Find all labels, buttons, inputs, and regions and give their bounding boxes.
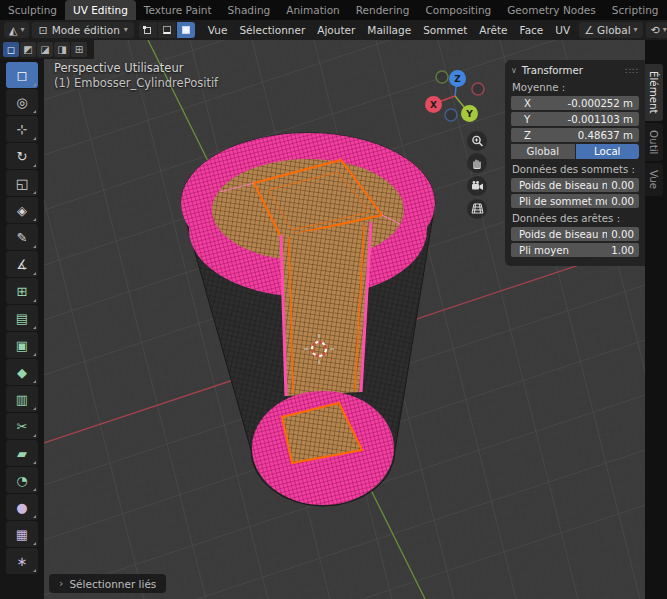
menu-item[interactable]: Maillage bbox=[361, 20, 417, 40]
tool-button[interactable]: ◔ bbox=[6, 467, 38, 493]
select-op-button[interactable]: ◩ bbox=[20, 42, 36, 57]
navigation-gizmo[interactable]: Z X Y bbox=[420, 62, 490, 132]
panel-drag-handle[interactable]: ∷∷ bbox=[626, 66, 639, 76]
field-value: 1.00 bbox=[607, 245, 639, 256]
median-value-field[interactable]: Z 0.48637 m bbox=[511, 128, 639, 142]
edge-data-field[interactable]: Pli moyen 1.00 bbox=[511, 243, 639, 257]
median-label: Moyenne : bbox=[512, 82, 639, 93]
tool-icon: ⊹ bbox=[17, 122, 28, 137]
tool-button[interactable]: ◻ bbox=[6, 62, 38, 88]
ortho-toggle-button[interactable] bbox=[467, 199, 487, 219]
tool-button[interactable]: ◎ bbox=[6, 89, 38, 115]
workspace-tab[interactable]: Scripting bbox=[604, 0, 667, 20]
viewport-header: ◭ ▾ ⊡ Mode édition ▾ Vue Sélectionner Aj… bbox=[0, 20, 667, 40]
tool-button[interactable]: ◱ bbox=[6, 170, 38, 196]
operator-label: Sélectionner liés bbox=[69, 578, 156, 590]
edge-select-icon bbox=[163, 26, 171, 34]
menu-item[interactable]: Face bbox=[514, 20, 550, 40]
grid-icon bbox=[471, 203, 484, 215]
tool-button[interactable]: ● bbox=[6, 494, 38, 520]
mode-label: Mode édition bbox=[52, 24, 120, 36]
operator-redo-panel[interactable]: › Sélectionner liés bbox=[49, 574, 166, 593]
chevron-right-icon: › bbox=[59, 577, 63, 590]
zoom-button[interactable] bbox=[467, 131, 487, 151]
menu-item[interactable]: Sommet bbox=[417, 20, 473, 40]
axis-value: -0.001103 m bbox=[545, 114, 639, 125]
tool-button[interactable]: ◈ bbox=[6, 197, 38, 223]
workspace-tab[interactable]: Sculpting bbox=[0, 0, 65, 20]
tool-button[interactable]: ⊹ bbox=[6, 116, 38, 142]
editor-type-button[interactable]: ◭ ▾ bbox=[4, 22, 29, 38]
edge-data-field[interactable]: Poids de biseau mo 0.00 bbox=[511, 227, 639, 241]
tool-icon: ∡ bbox=[16, 257, 28, 272]
tool-button[interactable]: ▤ bbox=[6, 305, 38, 331]
panel-tab[interactable]: Vue bbox=[645, 163, 663, 196]
orientation-dropdown[interactable]: ∠ Global ▾ bbox=[579, 22, 642, 38]
median-value-field[interactable]: X -0.000252 m bbox=[511, 96, 639, 110]
vertex-select-button[interactable] bbox=[139, 22, 157, 38]
menu-item[interactable]: Arête bbox=[473, 20, 513, 40]
face-select-button[interactable] bbox=[177, 22, 195, 38]
workspace-tab[interactable]: Shading bbox=[220, 0, 279, 20]
gizmo-neg-x[interactable] bbox=[472, 83, 484, 95]
menu-item[interactable]: UV bbox=[549, 20, 576, 40]
edge-select-button[interactable] bbox=[158, 22, 176, 38]
workspace-tab[interactable]: Compositing bbox=[417, 0, 499, 20]
pivot-icon: ⟲ bbox=[651, 25, 660, 36]
select-op-button[interactable]: ◨ bbox=[54, 42, 70, 57]
camera-view-button[interactable] bbox=[467, 176, 487, 196]
gizmo-z-ball[interactable]: Z bbox=[449, 70, 466, 87]
panel-tab[interactable]: Outil bbox=[645, 123, 663, 161]
tool-icon: ◆ bbox=[17, 365, 27, 380]
tool-icon: ◱ bbox=[16, 176, 28, 191]
edge-data-label: Données des arêtes : bbox=[512, 213, 639, 224]
mode-dropdown[interactable]: ⊡ Mode édition ▾ bbox=[32, 22, 133, 38]
select-op-button[interactable]: ◻ bbox=[3, 42, 19, 57]
gizmo-neg-y[interactable] bbox=[436, 71, 448, 83]
tool-icon: ◻ bbox=[17, 68, 28, 83]
tool-button[interactable]: ◆ bbox=[6, 359, 38, 385]
tool-button[interactable]: ▰ bbox=[6, 440, 38, 466]
n-panel: ∨ Transformer ∷∷ Moyenne : X -0.000252 m… bbox=[505, 60, 645, 266]
workspace-tab[interactable]: Texture Paint bbox=[136, 0, 220, 20]
panel-tab[interactable]: Élément bbox=[645, 64, 663, 121]
gizmo-x-ball[interactable]: X bbox=[425, 96, 442, 113]
tool-button[interactable]: ∗ bbox=[6, 548, 38, 574]
menu-item[interactable]: Vue bbox=[202, 20, 234, 40]
view-name: Perspective Utilisateur bbox=[54, 61, 218, 76]
left-toolbar: ◻ ◎ ⊹ ↻ ◱ ◈ ✎ bbox=[0, 59, 44, 599]
space-button[interactable]: Global bbox=[511, 144, 575, 159]
workspace-tab[interactable]: Animation bbox=[278, 0, 348, 20]
pan-button[interactable] bbox=[467, 153, 487, 173]
median-value-field[interactable]: Y -0.001103 m bbox=[511, 112, 639, 126]
workspace-tab[interactable]: Rendering bbox=[348, 0, 418, 20]
workspace-tab[interactable]: Geometry Nodes bbox=[499, 0, 604, 20]
tool-button[interactable]: ▦ bbox=[6, 521, 38, 547]
axis-label: Y bbox=[511, 114, 545, 125]
select-op-button[interactable]: ◪ bbox=[37, 42, 53, 57]
select-op-button[interactable]: ⊞ bbox=[71, 42, 87, 57]
tool-icon: ▦ bbox=[16, 527, 28, 542]
gizmo-y-ball[interactable]: Y bbox=[461, 105, 478, 122]
menu-item[interactable]: Sélectionner bbox=[233, 20, 311, 40]
tool-button[interactable]: ✂ bbox=[6, 413, 38, 439]
space-button[interactable]: Local bbox=[576, 144, 640, 159]
workspace-tab[interactable]: UV Editing bbox=[65, 0, 136, 20]
tool-icon: ✎ bbox=[17, 230, 28, 245]
tool-button[interactable]: ⊞ bbox=[6, 278, 38, 304]
tool-button[interactable]: ↻ bbox=[6, 143, 38, 169]
gizmo-neg-z[interactable] bbox=[445, 109, 457, 121]
vertex-data-field[interactable]: Poids de biseau mo 0.00 bbox=[511, 178, 639, 192]
chevron-down-icon: ▾ bbox=[634, 26, 638, 34]
pivot-dropdown[interactable]: ⟲ ▾ bbox=[646, 22, 667, 38]
panel-header[interactable]: ∨ Transformer ∷∷ bbox=[511, 65, 639, 76]
collapse-icon: ∨ bbox=[511, 67, 517, 75]
tool-icon: ⊞ bbox=[17, 284, 28, 299]
tool-button[interactable]: ▥ bbox=[6, 386, 38, 412]
menu-item[interactable]: Ajouter bbox=[311, 20, 361, 40]
tool-button[interactable]: ✎ bbox=[6, 224, 38, 250]
tool-button[interactable]: ▣ bbox=[6, 332, 38, 358]
axis-value: -0.000252 m bbox=[545, 98, 639, 109]
vertex-data-field[interactable]: Pli de sommet moy 0.00 bbox=[511, 194, 639, 208]
tool-button[interactable]: ∡ bbox=[6, 251, 38, 277]
